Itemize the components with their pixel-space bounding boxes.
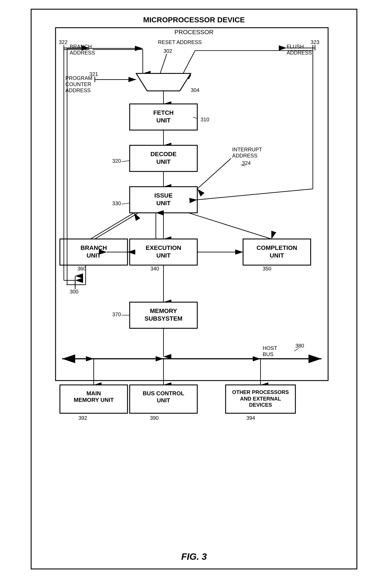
bus-ctrl-label1: BUS CONTROL xyxy=(143,390,184,396)
ref-330: 330 xyxy=(112,200,121,206)
ref-350: 350 xyxy=(263,266,271,272)
branch-address-label2: ADDRESS xyxy=(70,50,95,56)
ref-394: 394 xyxy=(246,415,255,421)
svg-line-10 xyxy=(160,54,167,74)
bus-ctrl-label2: UNIT xyxy=(157,397,170,403)
fetch-unit-label1: FETCH xyxy=(153,109,174,116)
exec-unit-label2: UNIT xyxy=(156,252,170,259)
interrupt-address-label2: ADDRESS xyxy=(232,153,257,158)
ref-340: 340 xyxy=(150,266,159,272)
pc-label2: COUNTER xyxy=(65,81,91,87)
decode-unit-label2: UNIT xyxy=(156,158,170,165)
svg-line-30 xyxy=(122,160,130,162)
ref-323: 323 xyxy=(311,39,319,45)
svg-line-61 xyxy=(294,348,299,351)
ref-321: 321 xyxy=(89,71,98,77)
interrupt-address-label1: INTERRUPT xyxy=(232,147,262,152)
svg-line-39 xyxy=(189,213,271,239)
completion-unit-label1: COMPLETION xyxy=(256,244,297,251)
other-proc-label1: OTHER PROCESSORS xyxy=(232,389,289,395)
ref-302: 302 xyxy=(164,48,172,54)
exec-unit-label1: EXECUTION xyxy=(146,244,181,251)
ref-380: 380 xyxy=(295,343,304,349)
svg-line-37 xyxy=(95,213,138,239)
completion-unit-label2: UNIT xyxy=(270,252,284,259)
svg-line-35 xyxy=(122,203,130,204)
host-bus-label1: HOST xyxy=(263,345,277,351)
page: MICROPROCESSOR DEVICE PROCESSOR RESET AD… xyxy=(0,0,388,588)
pc-label1: PROGRAM xyxy=(65,75,92,81)
pc-label3: ADDRESS xyxy=(65,87,91,93)
issue-unit-label1: ISSUE xyxy=(154,192,173,199)
reset-address-label: RESET ADDRESS xyxy=(158,39,202,45)
branch-unit-label1: BRANCH xyxy=(80,244,107,251)
ref-320: 320 xyxy=(112,158,121,164)
svg-line-36 xyxy=(197,189,313,200)
svg-marker-21 xyxy=(136,73,191,91)
fig-caption: FIG. 3 xyxy=(32,551,356,562)
ref-360: 360 xyxy=(77,266,86,272)
mem-subsys-label2: SUBSYSTEM xyxy=(145,315,182,322)
diagram-wrapper: MICROPROCESSOR DEVICE PROCESSOR RESET AD… xyxy=(31,9,357,569)
ref-304: 304 xyxy=(191,87,199,93)
ref-322: 322 xyxy=(59,39,68,45)
decode-unit-label1: DECODE xyxy=(150,151,176,157)
svg-line-32 xyxy=(197,158,231,189)
ref-310: 310 xyxy=(201,116,209,122)
main-mem-label1: MAIN xyxy=(86,390,101,396)
ref-392: 392 xyxy=(78,415,87,421)
mem-subsys-label1: MEMORY xyxy=(150,307,177,314)
other-proc-label3: DEVICES xyxy=(249,402,272,408)
svg-line-41 xyxy=(91,213,134,239)
svg-line-16 xyxy=(183,51,195,73)
title-inner: PROCESSOR xyxy=(174,29,214,36)
branch-unit-label2: UNIT xyxy=(87,252,101,259)
ref-390: 390 xyxy=(150,415,159,421)
other-proc-label2: AND EXTERNAL xyxy=(240,396,281,402)
title-outer: MICROPROCESSOR DEVICE xyxy=(143,16,245,24)
fetch-unit-label2: UNIT xyxy=(156,117,170,124)
issue-unit-label2: UNIT xyxy=(156,200,170,207)
ref-370: 370 xyxy=(112,311,121,317)
ref-300: 300 xyxy=(70,289,78,295)
main-mem-label2: MEMORY UNIT xyxy=(74,397,114,403)
host-bus-label2: BUS xyxy=(263,351,273,357)
ref-324: 324 xyxy=(242,160,251,166)
flush-address-label: FLUSH xyxy=(287,44,304,49)
